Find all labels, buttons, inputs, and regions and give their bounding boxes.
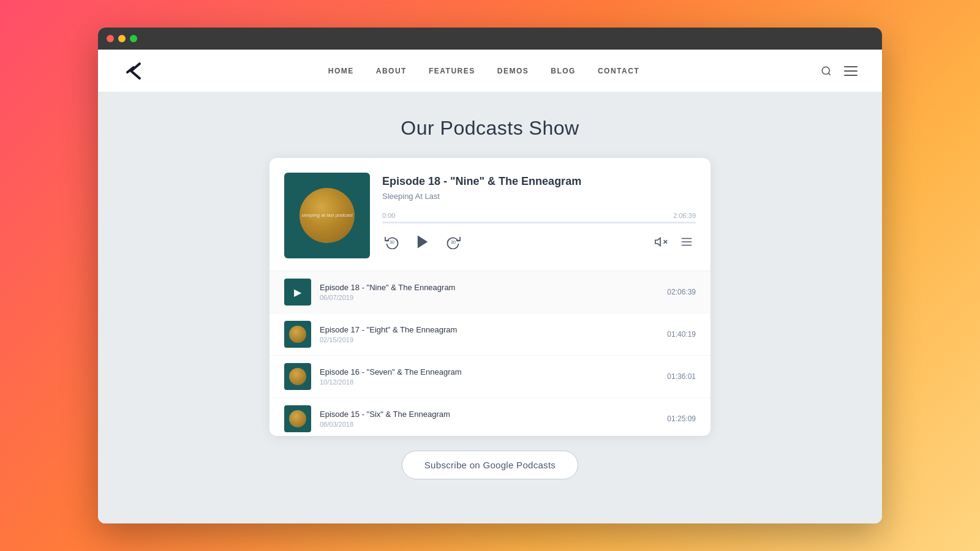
nav-icons — [821, 66, 858, 77]
volume-icon — [654, 235, 668, 249]
nav-about[interactable]: ABOUT — [376, 67, 407, 75]
episode-info: Episode 16 - "Seven" & The Enneagram10/1… — [320, 367, 657, 386]
episode-thumbnail — [284, 405, 311, 432]
nav-contact[interactable]: CONTACT — [598, 67, 639, 75]
browser-chrome — [98, 28, 882, 50]
browser-window: HOME ABOUT FEATURES DEMOS BLOG CONTACT — [98, 28, 882, 523]
playlist-button[interactable] — [677, 233, 696, 251]
episode-title: Episode 18 - "Nine" & The Enneagram — [320, 283, 657, 292]
episode-date: 06/07/2019 — [320, 294, 657, 301]
forward-button[interactable]: 30 — [443, 232, 463, 252]
artwork-thumb — [289, 410, 306, 427]
total-time: 2:06:39 — [673, 212, 696, 219]
episode-duration: 02:06:39 — [667, 288, 696, 296]
artwork-circle: sleeping at last podcast — [300, 188, 355, 243]
rewind-icon: 30 — [385, 234, 399, 249]
svg-text:30: 30 — [451, 240, 456, 244]
menu-button[interactable] — [844, 66, 858, 76]
episode-thumbnail: ▶ — [284, 279, 311, 305]
episode-thumbnail — [284, 321, 311, 348]
progress-container: 0:00 2:06:39 — [382, 212, 696, 223]
episode-title: Episode 15 - "Six" & The Enneagram — [320, 410, 657, 419]
search-button[interactable] — [821, 66, 832, 77]
player-controls: 30 30 — [382, 231, 696, 253]
podcast-player-card: sleeping at last podcast Episode 18 - "N… — [270, 158, 710, 436]
episode-duration: 01:36:01 — [667, 372, 696, 381]
episode-item[interactable]: ▶Episode 18 - "Nine" & The Enneagram06/0… — [270, 271, 710, 313]
svg-text:30: 30 — [390, 240, 394, 244]
nav-demos[interactable]: DEMOS — [497, 67, 529, 75]
episode-info: Episode 15 - "Six" & The Enneagram08/03/… — [320, 410, 657, 428]
episode-duration: 01:40:19 — [667, 330, 696, 339]
nav-links: HOME ABOUT FEATURES DEMOS BLOG CONTACT — [328, 67, 639, 75]
episode-date: 08/03/2018 — [320, 421, 657, 428]
progress-times: 0:00 2:06:39 — [382, 212, 696, 219]
episode-duration: 01:25:09 — [667, 414, 696, 423]
play-button[interactable] — [412, 231, 434, 253]
main-content: Our Podcasts Show sleeping at last podca… — [98, 92, 882, 523]
navbar: HOME ABOUT FEATURES DEMOS BLOG CONTACT — [98, 50, 882, 92]
close-button[interactable] — [107, 35, 114, 42]
episode-thumbnail — [284, 363, 311, 390]
current-episode-author: Sleeping At Last — [382, 192, 696, 201]
svg-marker-4 — [655, 238, 660, 246]
current-time: 0:00 — [382, 212, 395, 219]
episode-item[interactable]: Episode 15 - "Six" & The Enneagram08/03/… — [270, 398, 710, 436]
episode-item[interactable]: Episode 16 - "Seven" & The Enneagram10/1… — [270, 356, 710, 398]
page-title: Our Podcasts Show — [401, 117, 579, 140]
play-icon — [414, 233, 431, 250]
mute-button[interactable] — [652, 233, 670, 251]
artwork-thumb — [289, 326, 306, 343]
episode-info: Episode 18 - "Nine" & The Enneagram06/07… — [320, 283, 657, 301]
subscribe-google-podcasts-button[interactable]: Subscribe on Google Podcasts — [402, 451, 578, 479]
nav-blog[interactable]: BLOG — [551, 67, 576, 75]
episode-date: 10/12/2018 — [320, 378, 657, 386]
current-episode-title: Episode 18 - "Nine" & The Enneagram — [382, 175, 696, 188]
episode-item[interactable]: Episode 17 - "Eight" & The Enneagram02/1… — [270, 313, 710, 356]
episode-title: Episode 16 - "Seven" & The Enneagram — [320, 367, 657, 377]
svg-marker-2 — [418, 236, 428, 249]
minimize-button[interactable] — [118, 35, 126, 42]
nav-home[interactable]: HOME — [328, 67, 354, 75]
maximize-button[interactable] — [130, 35, 137, 42]
nav-features[interactable]: FEATURES — [429, 67, 475, 75]
playlist-icon — [680, 235, 693, 249]
svg-point-0 — [822, 67, 829, 74]
player-info: Episode 18 - "Nine" & The Enneagram Slee… — [382, 173, 696, 253]
progress-bar[interactable] — [382, 222, 696, 223]
search-icon — [821, 66, 832, 77]
artwork-thumb — [289, 368, 306, 385]
site-logo[interactable] — [123, 59, 147, 83]
episode-list: ▶Episode 18 - "Nine" & The Enneagram06/0… — [270, 271, 710, 436]
rewind-button[interactable]: 30 — [382, 232, 402, 252]
browser-content: HOME ABOUT FEATURES DEMOS BLOG CONTACT — [98, 50, 882, 523]
traffic-lights — [107, 35, 137, 42]
episode-date: 02/15/2019 — [320, 336, 657, 343]
forward-icon: 30 — [446, 234, 461, 249]
artwork-text: sleeping at last podcast — [301, 212, 353, 219]
controls-right — [652, 233, 696, 251]
subscribe-section: Subscribe on Google Podcasts — [402, 451, 578, 479]
episode-info: Episode 17 - "Eight" & The Enneagram02/1… — [320, 325, 657, 343]
episode-title: Episode 17 - "Eight" & The Enneagram — [320, 325, 657, 334]
player-header: sleeping at last podcast Episode 18 - "N… — [270, 158, 710, 271]
play-icon: ▶ — [294, 287, 301, 298]
podcast-artwork: sleeping at last podcast — [284, 173, 370, 258]
